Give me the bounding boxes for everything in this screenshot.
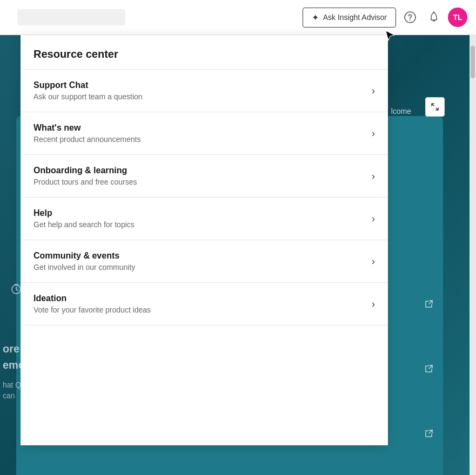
menu-item-help[interactable]: Help Get help and search for topics › [21, 198, 388, 240]
menu-item-help-subtitle: Get help and search for topics [33, 220, 365, 229]
menu-item-community-title: Community & events [33, 251, 365, 261]
menu-item-ideation-title: Ideation [33, 294, 365, 303]
notification-button[interactable] [424, 8, 444, 27]
menu-item-whats-new-subtitle: Recent product announcements [33, 135, 365, 144]
resource-panel-header: Resource center [21, 35, 388, 70]
menu-item-onboarding-content: Onboarding & learning Product tours and … [33, 166, 365, 186]
menu-item-help-content: Help Get help and search for topics [33, 208, 365, 229]
chevron-right-icon: › [372, 171, 375, 182]
insight-advisor-button[interactable]: ✦ Ask Insight Advisor [303, 8, 396, 28]
insight-advisor-label: Ask Insight Advisor [323, 13, 387, 22]
chevron-right-icon: › [372, 298, 375, 310]
menu-item-whats-new-content: What's new Recent product announcements [33, 123, 365, 144]
welcome-text-fragment: lcome [391, 107, 411, 116]
menu-item-onboarding-title: Onboarding & learning [33, 166, 365, 175]
header-bar: ✦ Ask Insight Advisor TL [0, 0, 476, 35]
chevron-right-icon: › [372, 256, 375, 267]
external-link-icon-2[interactable] [423, 362, 435, 375]
menu-item-whats-new-title: What's new [33, 123, 365, 133]
menu-item-ideation-content: Ideation Vote for your favorite product … [33, 294, 365, 314]
chevron-right-icon: › [372, 128, 375, 139]
external-link-icon-1[interactable] [423, 297, 435, 310]
help-button[interactable] [400, 8, 420, 27]
bg-text-hat: hat Q [3, 381, 21, 389]
bg-text-can: can [3, 391, 15, 400]
resource-panel-title: Resource center [33, 48, 375, 60]
menu-item-support-chat-subtitle: Ask our support team a question [33, 92, 365, 101]
collapse-button[interactable] [425, 97, 445, 117]
menu-item-onboarding-subtitle: Product tours and free courses [33, 178, 365, 186]
menu-item-support-chat-title: Support Chat [33, 80, 365, 90]
notification-icon [428, 11, 440, 23]
menu-item-whats-new[interactable]: What's new Recent product announcements … [21, 112, 388, 155]
chevron-right-icon: › [372, 213, 375, 225]
header-left [9, 9, 298, 25]
menu-item-support-chat[interactable]: Support Chat Ask our support team a ques… [21, 70, 388, 112]
external-link-icon-3[interactable] [423, 427, 435, 440]
menu-item-community[interactable]: Community & events Get involved in our c… [21, 240, 388, 283]
menu-item-community-content: Community & events Get involved in our c… [33, 251, 365, 272]
menu-item-support-chat-content: Support Chat Ask our support team a ques… [33, 80, 365, 101]
avatar-initials: TL [453, 13, 462, 22]
menu-item-ideation-subtitle: Vote for your favorite product ideas [33, 306, 365, 314]
chevron-right-icon: › [372, 85, 375, 97]
user-avatar[interactable]: TL [448, 8, 467, 27]
header-logo-area [17, 9, 125, 25]
menu-item-community-subtitle: Get involved in our community [33, 263, 365, 272]
menu-item-help-title: Help [33, 208, 365, 218]
sparkle-icon: ✦ [312, 12, 319, 23]
resource-center-panel: Resource center Support Chat Ask our sup… [21, 35, 388, 445]
menu-item-ideation[interactable]: Ideation Vote for your favorite product … [21, 283, 388, 325]
svg-point-1 [410, 19, 411, 21]
menu-item-onboarding[interactable]: Onboarding & learning Product tours and … [21, 155, 388, 198]
help-icon [404, 11, 416, 23]
